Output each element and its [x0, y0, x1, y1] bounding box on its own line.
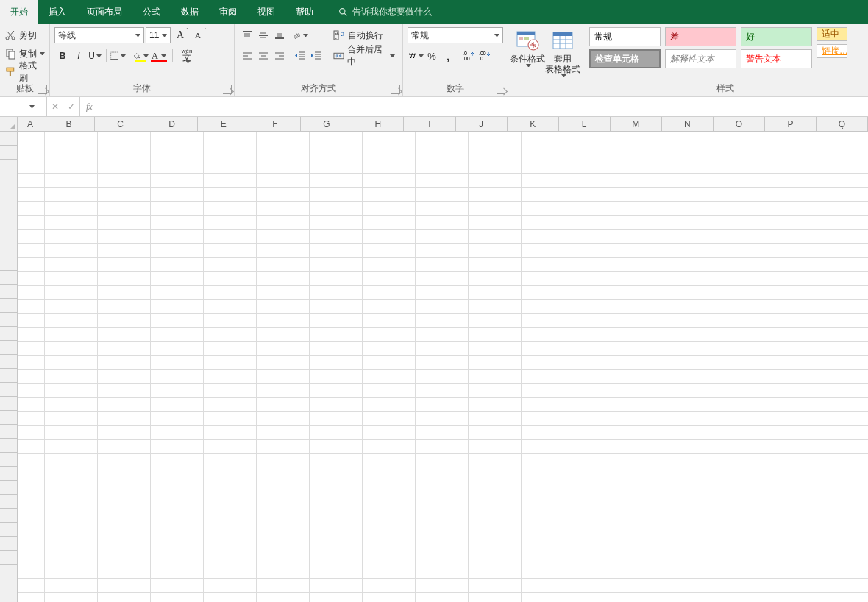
row-header[interactable]: [0, 453, 17, 467]
column-header[interactable]: D: [146, 117, 198, 131]
row-header[interactable]: [0, 229, 17, 243]
row-header[interactable]: [0, 146, 17, 160]
column-header[interactable]: M: [611, 117, 662, 131]
phonetic-button[interactable]: wén文: [176, 48, 198, 64]
font-size-combo[interactable]: 11: [146, 27, 171, 43]
formula-input[interactable]: [99, 97, 868, 116]
clipboard-launcher[interactable]: [38, 85, 47, 94]
row-header[interactable]: [0, 187, 17, 201]
row-header[interactable]: [0, 565, 17, 578]
row-header[interactable]: [0, 467, 17, 481]
font-name-combo[interactable]: 等线: [54, 27, 144, 43]
comma-button[interactable]: ,: [440, 48, 456, 64]
row-header[interactable]: [0, 495, 17, 509]
column-header[interactable]: P: [765, 117, 817, 131]
select-all-corner[interactable]: [0, 117, 18, 132]
row-header[interactable]: [0, 132, 17, 146]
orientation-button[interactable]: ab: [292, 27, 308, 43]
column-header[interactable]: J: [456, 117, 508, 131]
row-header[interactable]: [0, 537, 17, 551]
column-header[interactable]: E: [198, 117, 249, 131]
row-header[interactable]: [0, 523, 17, 537]
enter-formula-button[interactable]: ✓: [68, 101, 75, 112]
cell-style-swatch[interactable]: 适中: [817, 27, 847, 41]
align-left-button[interactable]: [239, 48, 255, 64]
fill-color-button[interactable]: [132, 48, 149, 64]
row-header[interactable]: [0, 285, 17, 299]
column-header[interactable]: B: [43, 117, 95, 131]
row-header[interactable]: [0, 578, 17, 592]
cell-style-swatch[interactable]: 差: [665, 27, 736, 46]
row-header[interactable]: [0, 383, 17, 397]
row-header[interactable]: [0, 173, 17, 187]
align-center-button[interactable]: [255, 48, 271, 64]
column-headers[interactable]: ABCDEFGHIJKLMNOPQ: [18, 117, 868, 132]
column-header[interactable]: I: [404, 117, 455, 131]
decrease-decimal-button[interactable]: .00.0: [477, 48, 493, 64]
decrease-font-button[interactable]: Aˇ: [190, 27, 206, 43]
row-header[interactable]: [0, 425, 17, 439]
column-header[interactable]: L: [559, 117, 611, 131]
cells-area[interactable]: [18, 132, 868, 602]
column-header[interactable]: C: [95, 117, 146, 131]
tab-view[interactable]: 视图: [247, 0, 285, 24]
name-box[interactable]: [0, 97, 38, 116]
cut-button[interactable]: 剪切: [4, 27, 45, 43]
row-header[interactable]: [0, 313, 17, 327]
column-header[interactable]: N: [662, 117, 714, 131]
align-middle-button[interactable]: [255, 27, 271, 43]
chevron-down-icon[interactable]: [29, 105, 35, 108]
column-header[interactable]: O: [714, 117, 765, 131]
underline-button[interactable]: U: [87, 48, 103, 64]
column-header[interactable]: F: [249, 117, 301, 131]
column-header[interactable]: A: [18, 117, 43, 131]
tab-page-layout[interactable]: 页面布局: [77, 0, 132, 24]
wrap-text-button[interactable]: abc 自动换行: [330, 27, 398, 43]
row-header[interactable]: [0, 327, 17, 341]
row-header[interactable]: [0, 369, 17, 383]
column-header[interactable]: G: [301, 117, 352, 131]
number-launcher[interactable]: [497, 85, 505, 94]
row-header[interactable]: [0, 299, 17, 313]
align-top-button[interactable]: [239, 27, 255, 43]
cancel-formula-button[interactable]: ✕: [51, 101, 59, 112]
column-header[interactable]: H: [352, 117, 404, 131]
tab-help[interactable]: 帮助: [285, 0, 324, 24]
row-header[interactable]: [0, 271, 17, 285]
align-bottom-button[interactable]: [271, 27, 288, 43]
tell-me-search[interactable]: 告诉我你想要做什么: [338, 0, 432, 24]
cell-style-swatch[interactable]: 检查单元格: [589, 49, 661, 68]
row-header[interactable]: [0, 355, 17, 369]
accounting-format-button[interactable]: ₩: [408, 48, 424, 64]
column-header[interactable]: Q: [817, 117, 868, 131]
row-header[interactable]: [0, 397, 17, 411]
decrease-indent-button[interactable]: [292, 48, 308, 64]
tab-review[interactable]: 审阅: [209, 0, 247, 24]
row-header[interactable]: [0, 341, 17, 355]
cell-style-swatch[interactable]: 链接…: [817, 44, 847, 58]
spreadsheet-grid[interactable]: ABCDEFGHIJKLMNOPQ: [0, 117, 868, 602]
row-header[interactable]: [0, 439, 17, 453]
row-header[interactable]: [0, 201, 17, 215]
font-launcher[interactable]: [223, 85, 232, 94]
increase-decimal-button[interactable]: .0.00: [460, 48, 477, 64]
align-right-button[interactable]: [271, 48, 288, 64]
tab-formulas[interactable]: 公式: [132, 0, 171, 24]
cell-style-swatch[interactable]: 警告文本: [741, 49, 812, 68]
increase-indent-button[interactable]: [308, 48, 324, 64]
row-header[interactable]: [0, 509, 17, 523]
merge-center-button[interactable]: 合并后居中: [330, 48, 398, 64]
row-header[interactable]: [0, 551, 17, 565]
border-button[interactable]: [110, 48, 126, 64]
name-box-input[interactable]: [0, 101, 28, 112]
increase-font-button[interactable]: Aˆ: [172, 27, 188, 43]
cell-style-swatch[interactable]: 解释性文本: [665, 49, 736, 68]
conditional-format-button[interactable]: 条件格式: [510, 27, 545, 67]
font-color-button[interactable]: A: [149, 48, 169, 64]
row-header[interactable]: [0, 243, 17, 257]
bold-button[interactable]: B: [54, 48, 71, 64]
tab-home[interactable]: 开始: [0, 0, 38, 24]
cell-style-swatch[interactable]: 常规: [589, 27, 661, 46]
percent-button[interactable]: %: [424, 48, 440, 64]
row-header[interactable]: [0, 160, 17, 173]
